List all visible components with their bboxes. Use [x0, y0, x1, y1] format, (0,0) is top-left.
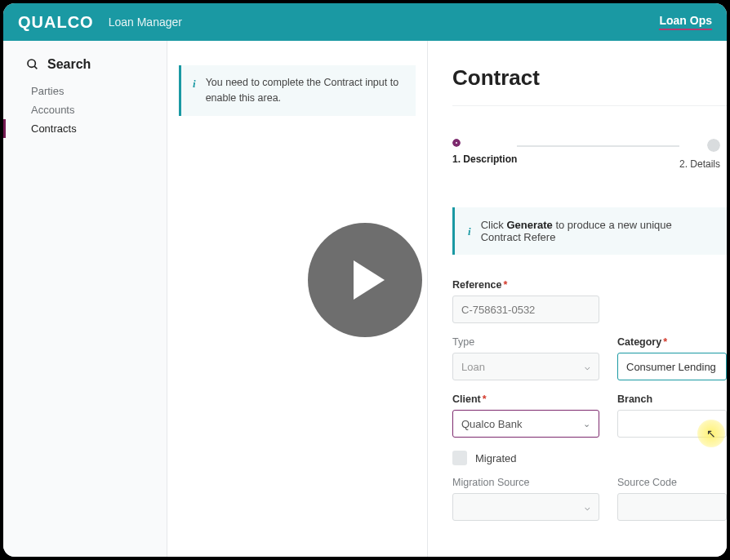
step-label: 1. Description	[452, 153, 517, 165]
checkbox-icon[interactable]	[452, 451, 467, 465]
type-field: Type Loan ⌵	[452, 336, 599, 380]
step-dot-icon	[452, 139, 461, 147]
category-field: Category* Consumer Lending	[617, 336, 727, 380]
step-description[interactable]: 1. Description	[452, 139, 517, 165]
step-dot-icon	[707, 139, 720, 152]
app-title: Loan Manager	[109, 16, 182, 29]
migration-source-select[interactable]: ⌵	[452, 493, 599, 521]
step-label: 2. Details	[679, 158, 720, 170]
type-label: Type	[452, 336, 599, 348]
step-details[interactable]: 2. Details	[679, 139, 720, 170]
info-icon: i	[468, 225, 471, 238]
reference-input[interactable]: C-758631-0532	[452, 296, 599, 323]
sidebar-search[interactable]: Search	[3, 57, 167, 82]
migration-source-field: Migration Source ⌵	[452, 477, 599, 521]
category-label: Category*	[617, 336, 727, 348]
brand-logo: QUALCO	[18, 13, 94, 32]
chevron-down-icon: ⌵	[585, 362, 590, 372]
type-select[interactable]: Loan ⌵	[452, 353, 599, 380]
play-button[interactable]	[308, 223, 422, 337]
contract-form: Reference* C-758631-0532 Type Loan ⌵	[452, 279, 727, 557]
source-code-label: Source Code	[617, 477, 727, 488]
sidebar: Search Parties Accounts Contracts	[3, 41, 167, 557]
cursor-highlight: ↖	[697, 420, 725, 447]
category-select[interactable]: Consumer Lending	[617, 353, 727, 380]
loan-ops-tab[interactable]: Loan Ops	[659, 14, 712, 30]
svg-point-0	[28, 60, 35, 67]
info-icon: i	[193, 76, 196, 106]
sidebar-search-label: Search	[47, 57, 91, 72]
source-code-field: Source Code	[617, 477, 727, 521]
source-code-input[interactable]	[617, 493, 727, 521]
search-icon	[26, 58, 39, 71]
migration-source-label: Migration Source	[452, 477, 599, 488]
sidebar-item-accounts[interactable]: Accounts	[3, 100, 167, 119]
page-title: Contract	[452, 65, 727, 106]
stepper: 1. Description 2. Details	[452, 139, 727, 170]
reference-label: Reference*	[452, 279, 599, 291]
branch-label: Branch	[617, 393, 727, 405]
generate-hint-banner: i Click Generate to produce a new unique…	[452, 207, 727, 255]
svg-line-1	[34, 66, 37, 69]
cursor-icon: ↖	[706, 427, 716, 440]
contract-pane: Contract 1. Description 2. Details i Cli…	[428, 41, 727, 557]
sidebar-item-contracts[interactable]: Contracts	[3, 119, 167, 138]
chevron-down-icon: ⌄	[583, 419, 590, 429]
topbar: QUALCO Loan Manager Loan Ops	[3, 3, 727, 41]
client-field: Client* Qualco Bank ⌄	[452, 393, 599, 438]
client-label: Client*	[452, 393, 599, 405]
migrated-label: Migrated	[475, 452, 517, 464]
info-banner-text: You need to complete the Contract input …	[206, 75, 404, 106]
chevron-down-icon: ⌵	[585, 502, 590, 513]
reference-field: Reference* C-758631-0532	[452, 279, 599, 323]
migrated-checkbox-row[interactable]: Migrated	[452, 451, 727, 465]
info-banner: i You need to complete the Contract inpu…	[179, 65, 416, 116]
client-select[interactable]: Qualco Bank ⌄	[452, 410, 599, 438]
generate-hint-text: Click Generate to produce a new unique C…	[481, 219, 714, 243]
play-icon	[354, 260, 385, 300]
sidebar-item-parties[interactable]: Parties	[3, 82, 167, 100]
